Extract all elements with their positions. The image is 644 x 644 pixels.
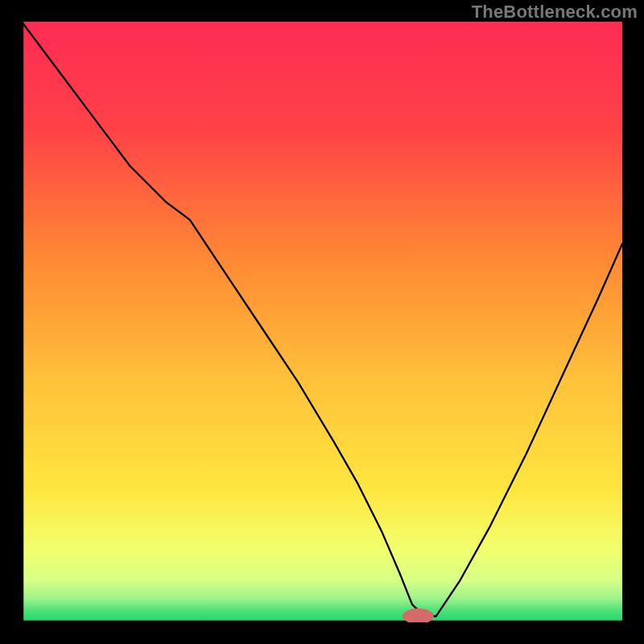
watermark-text: TheBottleneck.com: [472, 2, 638, 23]
plot-area: [22, 22, 622, 622]
chart-svg: [22, 22, 622, 622]
chart-frame: TheBottleneck.com: [0, 0, 644, 644]
gradient-background: [22, 22, 622, 622]
